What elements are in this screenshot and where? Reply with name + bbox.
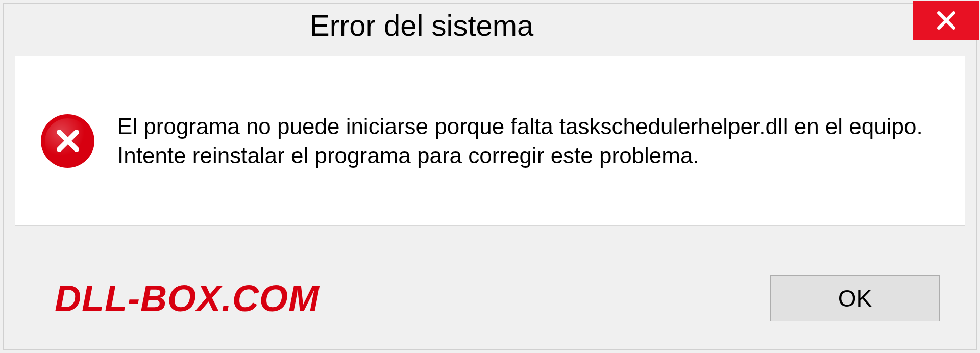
close-icon (935, 9, 958, 32)
error-icon (41, 114, 94, 168)
dialog-title: Error del sistema (310, 8, 533, 42)
content-area: El programa no puede iniciarse porque fa… (15, 56, 965, 226)
error-dialog: Error del sistema El programa no puede i… (3, 3, 977, 350)
dialog-footer: DLL-BOX.COM OK (4, 247, 976, 349)
titlebar: Error del sistema (4, 4, 976, 46)
error-message: El programa no puede iniciarse porque fa… (117, 112, 939, 170)
branding-text: DLL-BOX.COM (55, 278, 320, 319)
ok-button[interactable]: OK (770, 275, 940, 321)
close-button[interactable] (913, 1, 979, 40)
